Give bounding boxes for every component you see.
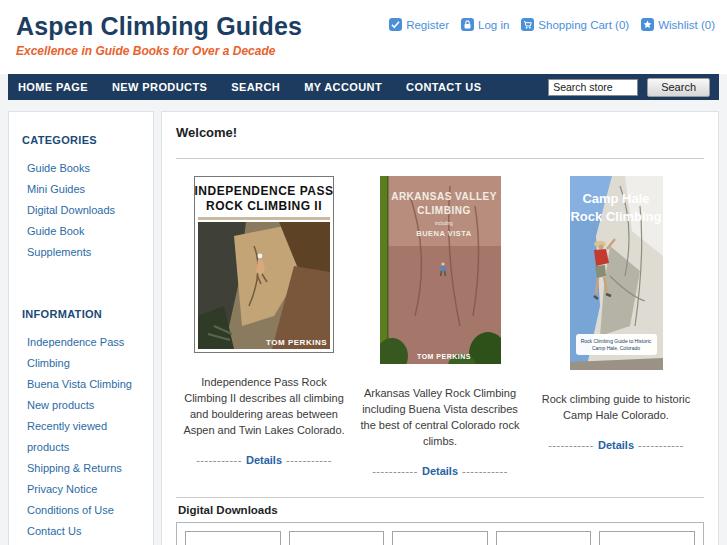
svg-text:ROCK CLIMBING II: ROCK CLIMBING II: [206, 199, 322, 213]
cover-photo: TOM PERKINS: [198, 222, 330, 349]
logo-block: Aspen Climbing Guides Excellence in Guid…: [16, 12, 302, 58]
sidebar-item-contact-us[interactable]: Contact Us: [27, 525, 81, 537]
dash-right: -----------: [286, 454, 332, 466]
nav-contact-us[interactable]: CONTACT US: [406, 81, 481, 93]
shopping-cart-link[interactable]: Shopping Cart (0): [521, 18, 629, 31]
main-panel: Welcome! INDEPENDENCE PASS ROCK CLIMBING…: [161, 111, 719, 545]
product-description: Arkansas Valley Rock Climbing including …: [357, 386, 523, 450]
details-link-arkansas-valley[interactable]: Details: [422, 465, 458, 477]
details-row: -----------Details-----------: [181, 454, 347, 466]
svg-text:Rock Climbing Guide to Histori: Rock Climbing Guide to Historic: [580, 338, 651, 344]
product-arkansas-valley: ARKANSAS VALLEY CLIMBING including BUENA…: [352, 176, 528, 477]
categories-block: CATEGORIES Guide Books Mini Guides Digit…: [9, 126, 153, 278]
digital-downloads-section: Digital Downloads Grotto Wall Traverse -…: [176, 497, 704, 545]
information-title: INFORMATION: [22, 308, 143, 320]
sidebar-item-new-products[interactable]: New products: [27, 399, 94, 411]
lock-icon: [461, 18, 474, 31]
svg-text:CLIMBING: CLIMBING: [417, 205, 470, 216]
sidebar-item-shipping-returns[interactable]: Shipping & Returns: [27, 462, 122, 474]
svg-text:TOM PERKINS: TOM PERKINS: [266, 338, 327, 347]
details-row: -----------Details-----------: [533, 439, 699, 451]
page-title: Welcome!: [176, 125, 704, 140]
nav-home-page[interactable]: HOME PAGE: [18, 81, 88, 93]
download-card-grotto-wall[interactable]: Grotto Wall Traverse - Pocket Guide: [185, 531, 281, 545]
information-block: INFORMATION Independence Pass Climbing B…: [9, 300, 153, 545]
search-button[interactable]: Search: [647, 78, 710, 97]
site-logo[interactable]: Aspen Climbing Guides: [16, 12, 302, 41]
list-item: Independence Pass Climbing: [27, 331, 143, 373]
check-icon: [389, 18, 402, 31]
sidebar-item-guide-book-supplements[interactable]: Guide Book Supplements: [27, 225, 91, 258]
login-label: Log in: [478, 19, 509, 31]
site-tagline: Excellence in Guide Books for Over a Dec…: [16, 44, 302, 58]
wishlist-link[interactable]: Wishlist (0): [641, 18, 715, 31]
dash-right: -----------: [638, 439, 684, 451]
book-cover-camp-hale[interactable]: Camp Hale Rock Climbing Rock Climbing Gu…: [570, 176, 663, 370]
star-icon: [641, 18, 654, 31]
svg-text:BUENA VISTA: BUENA VISTA: [416, 229, 472, 238]
nav-search[interactable]: SEARCH: [231, 81, 280, 93]
list-item: Shipping & Returns: [27, 457, 143, 478]
product-description: Independence Pass Rock Climbing II descr…: [181, 375, 347, 439]
book-cover-independence-pass[interactable]: INDEPENDENCE PASS ROCK CLIMBING II: [194, 176, 334, 353]
list-item: Guide Books: [27, 157, 143, 178]
list-item: Digital Downloads: [27, 199, 143, 220]
search-area: Search: [548, 78, 719, 97]
cart-icon: [521, 18, 534, 31]
sidebar-item-mini-guides[interactable]: Mini Guides: [27, 183, 85, 195]
nav-my-account[interactable]: MY ACCOUNT: [304, 81, 382, 93]
wishlist-label: Wishlist (0): [658, 19, 715, 31]
header: Aspen Climbing Guides Excellence in Guid…: [0, 0, 727, 74]
search-input[interactable]: [548, 79, 638, 96]
download-card-ip-supplement-frontier[interactable]: NEW! IP Climbing II Supplement - Frontie…: [599, 531, 695, 545]
list-item: Contact Us: [27, 520, 143, 541]
list-item: Conditions of Use: [27, 499, 143, 520]
login-link[interactable]: Log in: [461, 18, 509, 31]
dash-right: -----------: [462, 465, 508, 477]
svg-text:INDEPENDENCE PASS: INDEPENDENCE PASS: [195, 184, 334, 198]
account-links: Register Log in Shopping Cart (0) Wishli…: [389, 18, 715, 58]
download-card-wild-rock[interactable]: Wild Rock Bouldering Guide: [392, 531, 488, 545]
svg-text:Camp Hale: Camp Hale: [582, 191, 649, 206]
svg-text:including: including: [435, 221, 453, 226]
details-link-independence-pass[interactable]: Details: [246, 454, 282, 466]
nav-new-products[interactable]: NEW PRODUCTS: [112, 81, 207, 93]
details-link-camp-hale[interactable]: Details: [598, 439, 634, 451]
sidebar-item-digital-downloads[interactable]: Digital Downloads: [27, 204, 115, 216]
sidebar-item-independence-pass-climbing[interactable]: Independence Pass Climbing: [27, 336, 124, 369]
dash-left: -----------: [548, 439, 594, 451]
digital-downloads-title: Digital Downloads: [176, 497, 704, 522]
main-navigation: HOME PAGE NEW PRODUCTS SEARCH MY ACCOUNT…: [8, 74, 719, 100]
svg-text:ARKANSAS VALLEY: ARKANSAS VALLEY: [391, 191, 497, 202]
register-link[interactable]: Register: [389, 18, 449, 31]
dash-left: -----------: [196, 454, 242, 466]
details-row: -----------Details-----------: [357, 465, 523, 477]
list-item: Privacy Notice: [27, 478, 143, 499]
book-cover-arkansas-valley[interactable]: ARKANSAS VALLEY CLIMBING including BUENA…: [380, 176, 501, 364]
product-camp-hale: Camp Hale Rock Climbing Rock Climbing Gu…: [528, 176, 704, 477]
download-card-ip-supplement-space[interactable]: IP Climbing II Supplement My Space-Lost …: [496, 531, 592, 545]
sidebar-item-guide-books[interactable]: Guide Books: [27, 162, 90, 174]
sidebar-item-recently-viewed[interactable]: Recently viewed products: [27, 420, 107, 453]
categories-title: CATEGORIES: [22, 134, 143, 146]
list-item: Guide Book Supplements: [27, 220, 143, 262]
divider: [176, 158, 704, 159]
sidebar-item-conditions-of-use[interactable]: Conditions of Use: [27, 504, 114, 516]
sidebar: CATEGORIES Guide Books Mini Guides Digit…: [8, 111, 154, 545]
dash-left: -----------: [372, 465, 418, 477]
list-item: Recently viewed products: [27, 415, 143, 457]
list-item: Mini Guides: [27, 178, 143, 199]
download-card-monitor-rock[interactable]: Monitor Rock - Trooper Traverse Pocket G…: [289, 531, 385, 545]
svg-text:Camp Hale, Colorado: Camp Hale, Colorado: [591, 345, 639, 351]
product-description: Rock climbing guide to historic Camp Hal…: [533, 392, 699, 424]
list-item: Buena Vista Climbing: [27, 373, 143, 394]
svg-text:Rock Climbing: Rock Climbing: [570, 209, 661, 224]
digital-downloads-box: Grotto Wall Traverse - Pocket Guide Moni…: [176, 522, 704, 545]
sidebar-item-privacy-notice[interactable]: Privacy Notice: [27, 483, 97, 495]
list-item: New products: [27, 394, 143, 415]
sidebar-item-buena-vista-climbing[interactable]: Buena Vista Climbing: [27, 378, 132, 390]
register-label: Register: [406, 19, 449, 31]
featured-products: INDEPENDENCE PASS ROCK CLIMBING II: [176, 176, 704, 477]
svg-text:TOM PERKINS: TOM PERKINS: [417, 353, 471, 360]
cart-label: Shopping Cart (0): [538, 19, 629, 31]
